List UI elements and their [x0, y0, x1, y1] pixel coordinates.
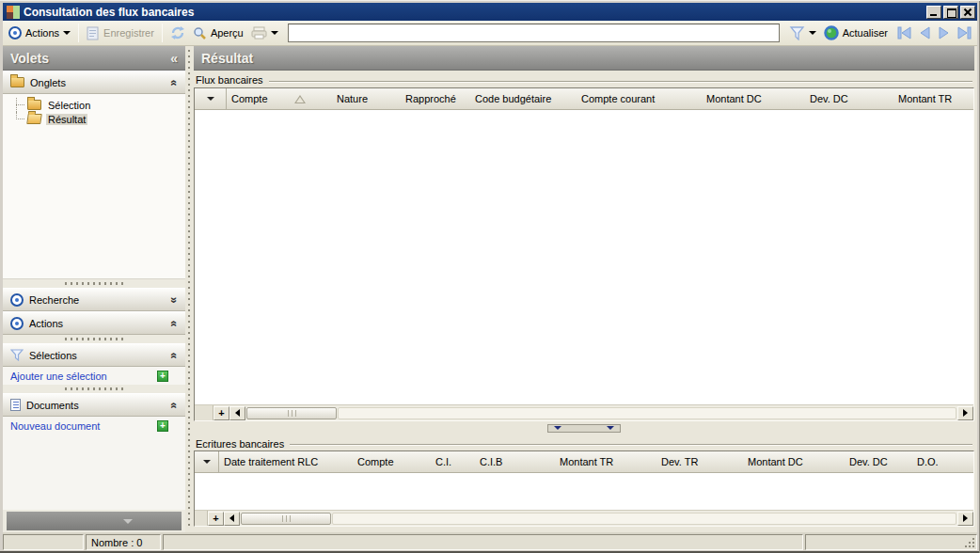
scrollbar-track[interactable]	[338, 407, 956, 419]
new-document-link[interactable]: Nouveau document	[10, 420, 100, 432]
maximize-button[interactable]	[943, 6, 958, 19]
save-button[interactable]: Enregistrer	[83, 24, 158, 42]
column-header-cib[interactable]: C.I.B	[475, 451, 555, 472]
chevron-up-icon[interactable]	[168, 402, 182, 408]
column-header-compte[interactable]: Compte	[227, 88, 332, 109]
column-header-montant-tr[interactable]: Montant TR	[555, 451, 656, 472]
statusbar: Nombre : 0	[3, 532, 977, 550]
open-folder-icon	[26, 114, 42, 124]
chevron-up-icon[interactable]	[168, 352, 182, 358]
tree-guide	[8, 112, 27, 126]
close-button[interactable]	[960, 6, 975, 19]
actions-menu-button[interactable]: Actions	[22, 25, 74, 40]
actualiser-icon	[824, 25, 839, 40]
column-header-ci[interactable]: C.I.	[431, 451, 475, 472]
filter-input[interactable]	[288, 24, 780, 42]
print-button[interactable]	[247, 24, 282, 41]
collapsed-panel-bar[interactable]	[7, 512, 182, 530]
chevron-down-icon	[607, 426, 614, 430]
new-document-plus-button[interactable]: +	[157, 420, 168, 432]
app-icon	[7, 6, 20, 19]
column-header-compte-courant[interactable]: Compte courant	[577, 88, 702, 109]
chevron-up-icon[interactable]	[168, 320, 182, 326]
panel-onglets-header[interactable]: Onglets	[3, 71, 185, 94]
status-segment	[163, 534, 803, 550]
column-header-rapproche[interactable]: Rapproché	[401, 88, 470, 109]
column-header-dev-dc[interactable]: Dev. DC	[805, 88, 893, 109]
column-header-montant-tr[interactable]: Montant TR	[893, 88, 969, 109]
tables-splitter-row	[194, 421, 974, 434]
ecritures-table-body[interactable]	[195, 473, 973, 510]
scroll-left-button[interactable]	[229, 406, 245, 420]
scrollbar-thumb[interactable]	[241, 513, 331, 525]
chevron-up-icon[interactable]	[168, 79, 182, 86]
toolbar: Actions Enregistrer Aperçu	[3, 21, 977, 46]
chevron-down-icon[interactable]	[168, 296, 182, 303]
sidebar-splitter[interactable]	[3, 279, 185, 288]
preview-button[interactable]: Aperçu	[189, 24, 247, 42]
ecritures-group-label: Ecritures bancaires	[196, 438, 284, 450]
ecritures-table: Date traitement RLC Compte C.I. C.I.B Mo…	[194, 450, 974, 527]
column-header-do[interactable]: D.O.	[912, 451, 969, 472]
previous-record-button[interactable]	[919, 26, 931, 40]
add-selection-row: Ajouter une sélection +	[3, 367, 185, 385]
vertical-splitter[interactable]	[185, 46, 192, 532]
filter-button[interactable]	[785, 24, 820, 42]
ecritures-hscrollbar: +	[195, 510, 973, 526]
magnifier-icon	[193, 26, 207, 40]
add-selection-plus-button[interactable]: +	[157, 371, 168, 382]
scroll-left-button[interactable]	[224, 512, 240, 526]
scroll-right-button[interactable]	[957, 406, 973, 420]
tree-item-resultat[interactable]: Résultat	[8, 112, 185, 126]
document-icon	[10, 399, 21, 411]
resize-grip[interactable]	[972, 545, 974, 547]
column-header-dev-dc[interactable]: Dev. DC	[845, 451, 912, 472]
first-record-button[interactable]	[897, 26, 912, 40]
panel-actions-header[interactable]: Actions	[3, 311, 185, 335]
column-header-dev-tr[interactable]: Dev. TR	[656, 451, 743, 472]
sidebar-title: Volets	[10, 51, 49, 66]
tree-item-selection[interactable]: Sélection	[8, 98, 185, 112]
column-selector-button[interactable]	[195, 451, 219, 472]
sidebar-header: Volets	[3, 46, 185, 71]
refresh-data-button[interactable]: Actualiser	[820, 24, 892, 42]
collapse-splitter-handle[interactable]	[547, 424, 621, 433]
scrollbar-thumb[interactable]	[246, 407, 337, 419]
minimize-button[interactable]	[926, 6, 941, 19]
refresh-icon	[170, 25, 185, 40]
chevron-down-icon	[271, 31, 278, 35]
scroll-right-button[interactable]	[957, 512, 973, 526]
group-divider	[290, 444, 972, 446]
toolbar-separator	[162, 24, 163, 42]
last-record-button[interactable]	[956, 26, 972, 40]
column-header-compte[interactable]: Compte	[353, 451, 431, 472]
collapse-sidebar-icon[interactable]	[170, 51, 178, 66]
scrollbar-track[interactable]	[332, 513, 956, 525]
flux-table: Compte Nature Rapproché Code budgétaire …	[194, 87, 974, 421]
add-column-button[interactable]: +	[208, 512, 224, 526]
column-selector-button[interactable]	[195, 88, 227, 109]
panel-selections-header[interactable]: Sélections	[3, 343, 185, 367]
record-count: Nombre : 0	[86, 534, 161, 550]
chevron-down-icon	[123, 519, 133, 524]
refresh-view-button[interactable]	[166, 24, 189, 42]
panel-actions-label: Actions	[29, 318, 63, 329]
column-header-nature[interactable]: Nature	[332, 88, 401, 109]
column-header-code-budgetaire[interactable]: Code budgétaire	[470, 88, 577, 109]
new-document-row: Nouveau document +	[3, 417, 185, 434]
add-selection-link[interactable]: Ajouter une sélection	[10, 371, 107, 382]
app-window: Consultation des flux bancaires Actions …	[0, 0, 980, 553]
sidebar-splitter[interactable]	[3, 385, 185, 393]
column-header-montant-dc[interactable]: Montant DC	[743, 451, 845, 472]
next-record-button[interactable]	[938, 26, 950, 40]
panel-documents-header[interactable]: Documents	[3, 393, 185, 417]
column-header-date-traitement[interactable]: Date traitement RLC	[219, 451, 353, 472]
add-column-button[interactable]: +	[213, 406, 229, 420]
titlebar: Consultation des flux bancaires	[3, 3, 977, 21]
flux-table-body[interactable]	[195, 110, 973, 404]
column-header-montant-dc[interactable]: Montant DC	[702, 88, 805, 109]
sidebar-splitter[interactable]	[3, 335, 185, 343]
flux-table-header: Compte Nature Rapproché Code budgétaire …	[195, 88, 973, 110]
preview-label: Aperçu	[211, 27, 244, 39]
panel-recherche-header[interactable]: Recherche	[3, 288, 185, 311]
